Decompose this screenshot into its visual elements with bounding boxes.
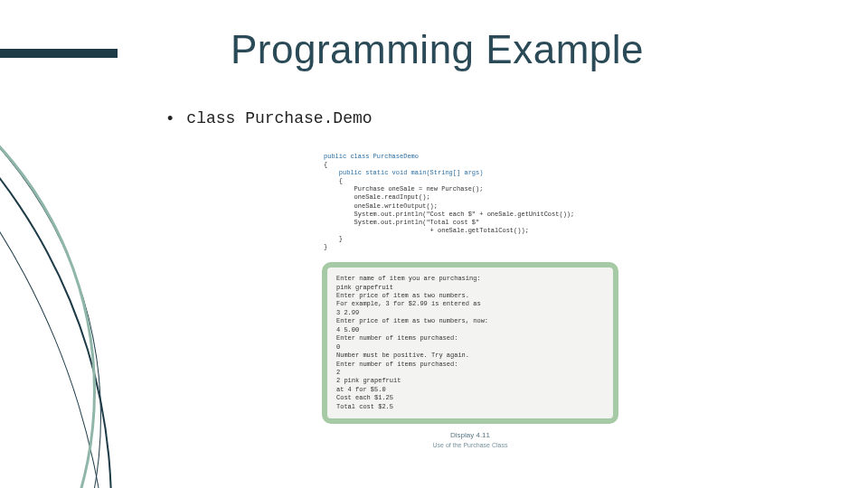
- code-line: public static void main(String[] args): [324, 169, 483, 176]
- console-line: 3 2.99: [336, 309, 359, 316]
- console-line: Enter price of item as two numbers, now:: [336, 317, 488, 324]
- caption-main: Display 4.11: [450, 431, 490, 439]
- code-line: System.out.println("Cost each $" + oneSa…: [324, 211, 574, 218]
- code-line: System.out.println("Total cost $": [324, 219, 479, 226]
- code-line: {: [324, 177, 343, 184]
- bullet-dot-icon: •: [167, 109, 173, 128]
- figure-container: public class PurchaseDemo { public stati…: [316, 149, 624, 449]
- code-line: oneSale.readInput();: [324, 193, 430, 201]
- code-line: public class PurchaseDemo: [324, 153, 419, 160]
- figure-caption: Display 4.11 Use of the Purchase Class: [316, 431, 624, 448]
- console-line: 4 5.00: [336, 326, 359, 333]
- console-line: Cost each $1.25: [336, 394, 393, 401]
- console-output: Enter name of item you are purchasing: p…: [322, 262, 618, 424]
- console-line: Enter number of items purchased:: [336, 334, 458, 342]
- code-line: oneSale.writeOutput();: [324, 202, 438, 210]
- console-line: 0: [336, 343, 340, 351]
- console-line: For example, 3 for $2.99 is entered as: [336, 300, 481, 307]
- bullet-code-name: Purchase.Demo: [245, 109, 372, 127]
- console-line: Enter number of items purchased:: [336, 361, 458, 368]
- code-line: + oneSale.getTotalCost());: [324, 227, 529, 234]
- console-line: Total cost $2.5: [336, 403, 393, 410]
- code-line: }: [324, 243, 327, 250]
- console-line: Number must be positive. Try again.: [336, 352, 469, 359]
- console-line: 2: [336, 369, 340, 376]
- code-listing: public class PurchaseDemo { public stati…: [316, 149, 624, 260]
- console-line: at 4 for $5.0: [336, 386, 386, 393]
- code-line: {: [324, 161, 327, 168]
- bullet-code-prefix: class: [186, 109, 245, 127]
- console-line: Enter name of item you are purchasing:: [336, 275, 481, 282]
- bullet-item: • class Purchase.Demo: [167, 108, 373, 128]
- decorative-curve: [0, 27, 96, 488]
- console-line: Enter price of item as two numbers.: [336, 292, 469, 299]
- page-title: Programming Example: [231, 27, 644, 72]
- code-line: }: [324, 235, 343, 242]
- console-line: pink grapefruit: [336, 284, 393, 291]
- code-line: Purchase oneSale = new Purchase();: [324, 185, 483, 192]
- console-line: 2 pink grapefruit: [336, 377, 401, 384]
- title-underline: [0, 49, 118, 58]
- caption-sub: Use of the Purchase Class: [316, 441, 624, 449]
